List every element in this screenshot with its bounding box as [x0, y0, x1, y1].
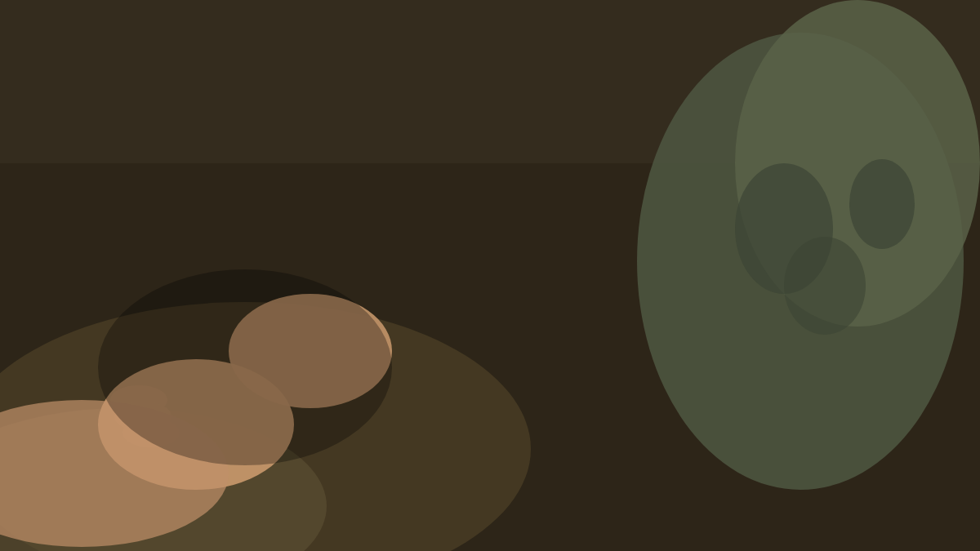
- alarm-icon: [523, 313, 555, 345]
- alarm-app-label: Alarm bell: [518, 359, 559, 371]
- app-item-compass[interactable]: N S E W Compass: [506, 223, 572, 290]
- phone-device: 16:49 ▲ ◀ ■ ⬛ ‹ NW ℹ: [100, 56, 318, 430]
- compass-back-button: ‹: [118, 98, 137, 118]
- svg-point-81: [610, 343, 612, 345]
- noise-app-label: Noise test: [733, 359, 775, 371]
- protractor-app-label: Protractor: [662, 359, 704, 371]
- flashlight-icon: [666, 232, 699, 264]
- svg-point-82: [608, 313, 613, 318]
- plumb-app-icon: [586, 304, 636, 354]
- flashlight-app-icon: [657, 223, 708, 273]
- protractor-app-icon: [657, 304, 708, 354]
- svg-rect-57: [745, 242, 764, 250]
- noise-icon: [738, 313, 771, 345]
- app-item-noise[interactable]: Noise test: [722, 304, 787, 371]
- svg-point-39: [537, 246, 541, 250]
- compass-app-icon: N S E W: [514, 223, 564, 273]
- magnifier-app-icon: +: [801, 304, 852, 354]
- plumb-app-label: Plumb bob: [589, 359, 634, 371]
- noise-app-icon: [729, 304, 780, 354]
- page-title: OUTDOOR TOOLS: [506, 45, 931, 82]
- hanging-app-label: Hanging Paint: [725, 278, 784, 290]
- compass-degree-display: 321°: [182, 255, 243, 294]
- svg-point-88: [681, 334, 684, 337]
- svg-point-44: [609, 247, 612, 250]
- gradienter-app-icon: [586, 223, 636, 273]
- app-item-hanging[interactable]: Hanging Paint: [722, 223, 787, 290]
- svg-text:W: W: [528, 246, 532, 251]
- hanging-app-icon: [729, 223, 780, 273]
- svg-line-86: [676, 326, 678, 327]
- svg-point-73: [537, 335, 541, 340]
- protractor-icon: [666, 313, 699, 345]
- height-icon: [810, 232, 843, 264]
- alarm-app-icon: [514, 304, 564, 354]
- compass-direction-label: NW: [185, 92, 211, 112]
- svg-line-93: [831, 333, 838, 340]
- svg-text:330: 330: [158, 140, 165, 145]
- app-item-gradienter[interactable]: Gradienter: [578, 223, 644, 290]
- compass-dial: N S E W 330 350 10: [133, 109, 274, 251]
- app-item-plumb[interactable]: Plumb bob: [578, 304, 644, 371]
- ground-overlay: [0, 388, 980, 551]
- phone-icons: ▲ ◀ ■ ⬛: [242, 69, 275, 80]
- magnifier-app-label: Magnifier: [807, 359, 845, 371]
- compass-icon: N S E W: [523, 232, 555, 264]
- apps-row-2: Alarm bell: [506, 304, 931, 371]
- height-app-label: Height Meter: [800, 278, 853, 290]
- compass-marks: N S E W 330 350 10: [138, 113, 271, 247]
- svg-text:S: S: [206, 220, 211, 226]
- svg-text:W: W: [159, 181, 166, 188]
- svg-line-75: [527, 322, 529, 326]
- compass-info-button: ℹ: [257, 86, 277, 105]
- height-app-icon: [801, 223, 852, 273]
- svg-rect-70: [832, 238, 836, 250]
- app-item-alarm[interactable]: Alarm bell: [506, 304, 572, 371]
- svg-line-16: [199, 125, 200, 133]
- svg-line-48: [688, 237, 692, 241]
- app-item-flashlight[interactable]: Flashlight: [650, 223, 715, 290]
- phone-screen: 16:49 ▲ ◀ ■ ⬛ ‹ NW ℹ: [108, 64, 312, 424]
- compass-app: ‹ NW ℹ: [109, 82, 312, 424]
- phone-time: 16:49: [116, 81, 135, 91]
- gradienter-icon: [595, 232, 627, 264]
- apps-grid: N S E W Compass: [506, 223, 931, 371]
- gradienter-app-label: Gradienter: [589, 278, 633, 290]
- magnifier-icon: +: [810, 313, 843, 345]
- app-item-height[interactable]: Height Meter: [794, 223, 859, 290]
- svg-line-19: [149, 184, 157, 185]
- svg-text:N: N: [198, 135, 203, 142]
- svg-line-17: [208, 227, 209, 235]
- flashlight-app-label: Flashlight: [662, 278, 702, 290]
- svg-line-18: [252, 176, 260, 176]
- section-description: Travel light with the Armor X12 Pro. It …: [506, 100, 858, 198]
- svg-line-76: [549, 322, 551, 326]
- app-item-protractor[interactable]: Protractor: [650, 304, 715, 371]
- svg-text:350: 350: [198, 144, 205, 150]
- svg-point-53: [679, 239, 687, 244]
- compass-app-label: Compass: [519, 278, 559, 290]
- svg-text:10: 10: [237, 133, 242, 138]
- svg-text:E: E: [244, 174, 249, 180]
- svg-rect-90: [748, 326, 750, 332]
- svg-text:+: +: [831, 319, 835, 327]
- apps-row-1: N S E W Compass: [506, 223, 931, 290]
- plumb-icon: [595, 313, 627, 345]
- hanging-icon: [738, 232, 771, 264]
- app-item-magnifier[interactable]: + Magnifier: [794, 304, 859, 371]
- svg-line-49: [674, 237, 677, 241]
